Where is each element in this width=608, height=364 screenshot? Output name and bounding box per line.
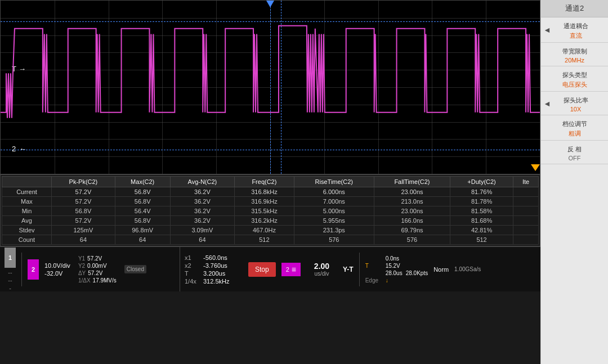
delta-t-val: 3.200us <box>203 270 243 277</box>
bandwidth-value: 20MHz <box>565 57 584 64</box>
sidebar-scale-adj[interactable]: 档位调节 粗调 <box>541 115 608 141</box>
trigger-info: 0.0ns T 15.2V 28.0us 28.0Kpts Edge ↓ <box>365 255 428 284</box>
col-header-pkpk: Pk-Pk(C2) <box>51 177 115 187</box>
per-div-t-label: 1/4x <box>185 278 199 285</box>
table-row: Current57.2V56.8V36.2V316.8kHz6.000ns23.… <box>2 187 539 197</box>
waveform-display: T 2 <box>0 0 540 174</box>
stats-cell-5-3: 64 <box>170 235 235 245</box>
probe-type-label: 探头类型 <box>562 71 587 79</box>
stats-cell-4-7: 42.81% <box>450 226 513 235</box>
stats-cell-5-6: 576 <box>374 235 450 245</box>
stats-cell-1-5: 7.000ns <box>294 197 374 206</box>
stats-cell-3-3: 36.2V <box>170 216 235 226</box>
stats-cell-0-8 <box>513 187 539 197</box>
delta-y-label: ΔY <box>78 270 86 276</box>
col-header-freq: Freq(C2) <box>235 177 294 187</box>
probe-ratio-value: 10X <box>570 106 582 113</box>
stats-cell-0-2: 56.8V <box>115 187 170 197</box>
stats-cell-0-0: Current <box>2 187 52 197</box>
coupling-label: 通道耦合 <box>564 22 588 30</box>
x1-val: -560.0ns <box>203 254 243 261</box>
ch2-div-label: 10.0V/div <box>44 262 70 269</box>
col-header-label <box>2 177 52 187</box>
stats-cell-4-2: 96.8mV <box>115 226 170 235</box>
stats-cell-4-6: 69.79ns <box>374 226 450 235</box>
coupling-arrow-icon: ◄ <box>543 25 551 34</box>
per-div-t-val: 312.5kHz <box>203 278 243 285</box>
stats-table-container: Pk-Pk(C2) Max(C2) Avg-N(C2) Freq(C2) Ris… <box>0 174 540 246</box>
sidebar-probe-ratio[interactable]: ◄ 探头比率 10X <box>541 92 608 115</box>
y1-val: 57.2V <box>87 255 102 262</box>
channel-info: 1 -- -- - 2 10.0V/div -32.0V Y1 57.2V Y2 <box>0 247 180 291</box>
stats-cell-2-5: 5.000ns <box>294 206 374 216</box>
stats-cell-5-7: 512 <box>450 235 513 245</box>
stats-cell-3-7: 81.68% <box>450 216 513 226</box>
delta-t-label: T <box>185 270 199 277</box>
probe-ratio-arrow-icon: ◄ <box>543 99 551 108</box>
stats-cell-3-6: 166.0ns <box>374 216 450 226</box>
stats-cell-4-8 <box>513 226 539 235</box>
sample-rate: 1.00GSa/s <box>454 266 481 272</box>
table-row: Count646464512576576512 <box>2 235 539 245</box>
stats-cell-0-6: 23.00ns <box>374 187 450 197</box>
stats-cell-1-1: 57.2V <box>51 197 115 206</box>
table-row: Stdev125mV96.8mV3.09mV467.0Hz231.3ps69.7… <box>2 226 539 235</box>
sidebar-probe-type[interactable]: 探头类型 电压探头 <box>541 66 608 92</box>
trigger-edge-icon: ↓ <box>386 277 388 284</box>
stats-cell-2-7: 81.58% <box>450 206 513 216</box>
sidebar-title: 通道2 <box>541 0 608 17</box>
stats-cell-0-1: 57.2V <box>51 187 115 197</box>
stats-cell-0-7: 81.76% <box>450 187 513 197</box>
pts-28k: 28.0Kpts <box>406 270 428 276</box>
probe-ratio-label: 探头比率 <box>564 96 588 105</box>
sidebar-invert[interactable]: 反 相 OFF <box>541 141 608 164</box>
per-div-label: 1/ΔX <box>78 277 91 284</box>
stats-cell-3-8 <box>513 216 539 226</box>
sidebar-bandwidth[interactable]: 带宽限制 20MHz <box>541 43 608 66</box>
closed-indicator: Closed <box>124 265 146 273</box>
stats-cell-5-8 <box>513 235 539 245</box>
stats-cell-3-5: 5.955ns <box>294 216 374 226</box>
col-header-max: Max(C2) <box>115 177 170 187</box>
ch1-dashes: -- <box>8 269 12 276</box>
stats-cell-2-2: 56.4V <box>115 206 170 216</box>
timebase-value: 2.00 us/div <box>306 262 337 277</box>
bottom-bar: 1 -- -- - 2 10.0V/div -32.0V Y1 57.2V Y2 <box>0 246 540 291</box>
stats-cell-1-7: 81.78% <box>450 197 513 206</box>
sidebar-coupling[interactable]: ◄ 通道耦合 直流 <box>541 17 608 43</box>
bandwidth-label: 带宽限制 <box>562 47 587 56</box>
scale-adj-label: 档位调节 <box>562 120 587 128</box>
stats-cell-1-0: Max <box>2 197 52 206</box>
stats-cell-5-1: 64 <box>51 235 115 245</box>
stats-cell-0-5: 6.000ns <box>294 187 374 197</box>
ch2-details: 10.0V/div -32.0V <box>44 262 70 277</box>
x2-val: -3.760us <box>203 262 243 269</box>
stats-cell-2-0: Min <box>2 206 52 216</box>
coupling-value: 直流 <box>570 32 582 40</box>
stats-cell-0-4: 316.8kHz <box>235 187 294 197</box>
stats-cell-1-4: 316.9kHz <box>235 197 294 206</box>
timebase-info: x1 -560.0ns x2 -3.760us T 3.200us 1/4x 3… <box>180 247 540 291</box>
equals-icon: ≡ <box>292 265 296 274</box>
stats-cell-4-4: 467.0Hz <box>235 226 294 235</box>
y2-val: 0.00mV <box>87 263 106 269</box>
stats-cell-4-3: 3.09mV <box>170 226 235 235</box>
scale-adj-value: 粗调 <box>569 129 581 138</box>
stats-cell-5-2: 64 <box>115 235 170 245</box>
ch2-number: 2 <box>28 259 39 280</box>
stats-cell-0-3: 36.2V <box>170 187 235 197</box>
stats-cell-5-5: 576 <box>294 235 374 245</box>
ch1-dashes2: -- <box>8 277 12 284</box>
ch1-area: 1 -- -- - <box>5 248 16 291</box>
cursor-x-info: x1 -560.0ns x2 -3.760us T 3.200us 1/4x 3… <box>185 254 243 285</box>
t-offset-val: 0.0ns <box>386 255 399 262</box>
ch1-minus: - <box>9 285 11 291</box>
ch1-number: 1 <box>5 248 16 268</box>
stats-cell-3-0: Avg <box>2 216 52 226</box>
stats-cell-2-6: 23.00ns <box>374 206 450 216</box>
stats-cell-4-5: 231.3ps <box>294 226 374 235</box>
stop-button[interactable]: Stop <box>248 262 276 277</box>
stats-cell-2-3: 36.2V <box>170 206 235 216</box>
y1-label: Y1 <box>78 255 85 262</box>
delta-y-val: 57.2V <box>88 270 102 276</box>
